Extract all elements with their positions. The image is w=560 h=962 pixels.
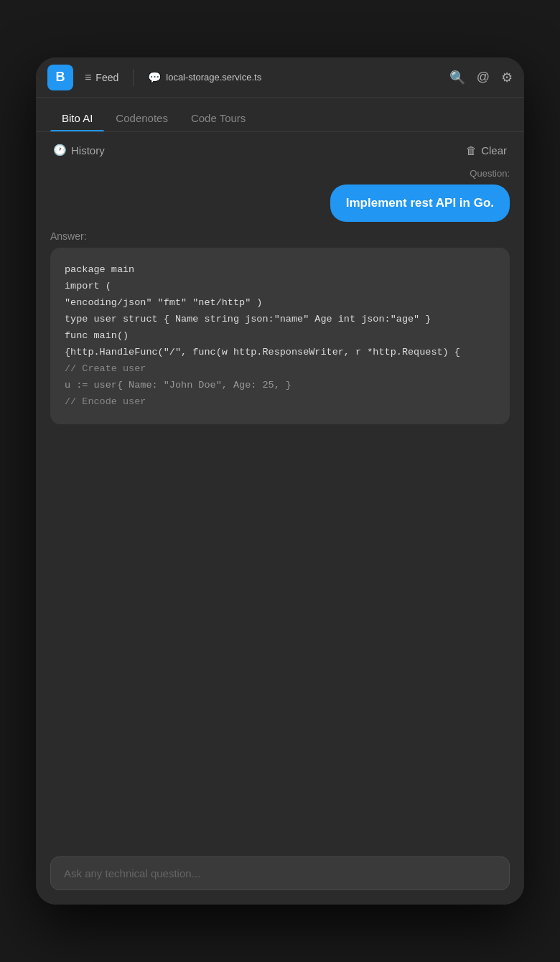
code-block: package main import ( "encoding/json" "f… (50, 248, 510, 424)
feed-label: Feed (95, 72, 118, 83)
search-icon[interactable]: 🔍 (449, 70, 465, 85)
top-bar: B ≡ Feed 💬 local-storage.service.ts 🔍 @ … (36, 57, 524, 98)
code-line-7: // Create user (65, 361, 495, 378)
top-bar-divider (133, 69, 134, 86)
tab-codenotes[interactable]: Codenotes (104, 105, 179, 131)
top-bar-actions: 🔍 @ ⚙ (449, 70, 513, 85)
trash-icon: 🗑 (466, 144, 477, 157)
code-line-2: import ( (65, 279, 495, 295)
code-line-4: type user struct { Name string json:"nam… (65, 312, 495, 328)
tabs-bar: Bito AI Codenotes Code Tours (36, 98, 524, 132)
history-icon: 🕐 (53, 144, 67, 157)
at-icon[interactable]: @ (477, 70, 490, 85)
input-bar (36, 846, 524, 905)
clear-button[interactable]: 🗑 Clear (466, 144, 507, 157)
tab-code-tours[interactable]: Code Tours (179, 105, 257, 131)
code-line-3: "encoding/json" "fmt" "net/http" ) (65, 295, 495, 312)
answer-section: Answer: package main import ( "encoding/… (50, 230, 510, 424)
app-shell: B ≡ Feed 💬 local-storage.service.ts 🔍 @ … (36, 57, 524, 905)
answer-label: Answer: (50, 230, 510, 242)
question-row: Question: Implement rest API in Go. (50, 168, 510, 222)
code-line-9: // Encode user (65, 394, 495, 411)
question-label: Question: (470, 168, 510, 179)
history-button[interactable]: 🕐 History (53, 144, 105, 157)
logo: B (47, 65, 73, 90)
question-bubble: Implement rest API in Go. (330, 185, 510, 222)
clear-label: Clear (481, 144, 507, 157)
tab-bito-ai[interactable]: Bito AI (50, 105, 104, 131)
history-label: History (71, 144, 105, 157)
ask-input[interactable] (50, 856, 510, 890)
action-row: 🕐 History 🗑 Clear (36, 132, 524, 168)
code-line-6: {http.HandleFunc("/", func(w http.Respon… (65, 345, 495, 361)
code-line-1: package main (65, 262, 495, 279)
chat-icon: 💬 (148, 71, 162, 84)
code-line-8: u := user{ Name: "John Doe", Age: 25, } (65, 378, 495, 394)
code-line-5: func main() (65, 328, 495, 345)
feed-tab[interactable]: ≡ Feed (79, 68, 124, 87)
settings-icon[interactable]: ⚙ (501, 70, 513, 85)
file-tab[interactable]: 💬 local-storage.service.ts (142, 68, 267, 87)
chat-area: Question: Implement rest API in Go. Answ… (36, 168, 524, 846)
content-area: 🕐 History 🗑 Clear Question: Implement re… (36, 132, 524, 905)
menu-icon: ≡ (85, 71, 91, 84)
file-label: local-storage.service.ts (166, 72, 261, 83)
